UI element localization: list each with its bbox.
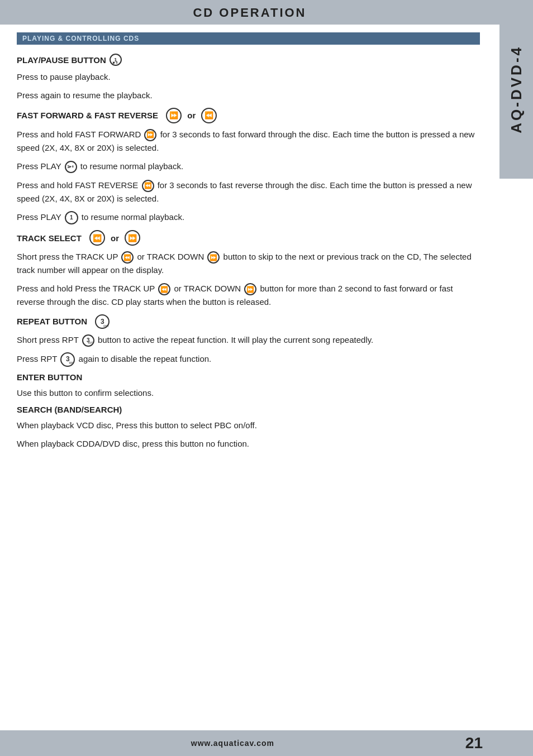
fast-fwd-heading: FAST FORWARD & FAST REVERSE ⏩ or ⏪: [17, 108, 480, 123]
page-title: CD OPERATION: [0, 6, 499, 20]
repeat-label: REPEAT BUTTON: [17, 317, 87, 326]
or-text-2: or: [111, 233, 119, 243]
side-tab-text: AQ-DVD-4: [508, 45, 525, 133]
page-footer: www.aquaticav.com 21: [0, 730, 533, 756]
ff-para-4: Press PLAY 1 to resume normal playback.: [17, 210, 480, 224]
track-down-icon: ⏪: [89, 230, 105, 246]
footer-url: www.aquaticav.com: [0, 739, 465, 748]
track-down-inline-2: ⏩: [244, 283, 256, 295]
ts-para-2: Press and hold Press the TRACK UP ⏪ or T…: [17, 282, 480, 308]
footer-page: 21: [465, 734, 522, 752]
repeat-icon-inline-1: 3 RPT: [82, 334, 94, 347]
ff-para-2: Press PLAY 1▶⏸ to resume normal playback…: [17, 160, 480, 173]
fr-inline-icon-1: ⏪: [142, 180, 154, 192]
play-icon-inline-2: 1: [65, 211, 78, 224]
enter-label: ENTER BUTTON: [17, 372, 82, 382]
fast-fwd-icon: ⏩: [166, 108, 182, 123]
ff-para-3: Press and hold FAST REVERSE ⏪ for 3 seco…: [17, 179, 480, 205]
track-select-heading: TRACK SELECT ⏪ or ⏩: [17, 230, 480, 246]
track-up-icon: ⏩: [125, 230, 140, 246]
enter-para-1: Use this button to confirm selections.: [17, 386, 480, 399]
section-header: PLAYING & CONTROLLING CDs: [17, 32, 480, 45]
page-header: CD OPERATION: [0, 0, 499, 25]
play-pause-para-1: Press to pause playback.: [17, 70, 480, 83]
search-para-1: When playback VCD disc, Press this butto…: [17, 419, 480, 432]
side-tab: AQ-DVD-4: [499, 0, 533, 179]
track-up-inline-1: ⏪: [121, 251, 134, 264]
search-para-2: When playback CDDA/DVD disc, press this …: [17, 437, 480, 450]
fast-fwd-label: FAST FORWARD & FAST REVERSE: [17, 111, 158, 120]
fast-rev-icon: ⏪: [201, 108, 217, 123]
ff-inline-icon-1: ⏩: [144, 129, 156, 141]
ff-para-1: Press and hold FAST FORWARD ⏩ for 3 seco…: [17, 128, 480, 154]
repeat-icon-heading: 3 RPT: [95, 314, 110, 329]
search-label: SEARCH (BAND/SEARCH): [17, 405, 122, 414]
play-pause-icon: 1 ▶⏸: [110, 54, 122, 66]
repeat-heading: REPEAT BUTTON 3 RPT: [17, 314, 480, 329]
play-pause-label: PLAY/PAUSE BUTTON: [17, 55, 106, 65]
repeat-para-1: Short press RPT 3 RPT button to active t…: [17, 333, 480, 347]
enter-heading: ENTER BUTTON: [17, 372, 480, 382]
play-icon-inline-1: 1▶⏸: [65, 161, 77, 173]
play-pause-para-2: Press again to resume the playback.: [17, 89, 480, 102]
track-down-inline-1: ⏩: [207, 251, 220, 264]
search-heading: SEARCH (BAND/SEARCH): [17, 405, 480, 414]
track-select-label: TRACK SELECT: [17, 233, 82, 243]
repeat-para-2: Press RPT 3 RPT again to disable the rep…: [17, 352, 480, 367]
or-text-1: or: [187, 111, 196, 120]
track-up-inline-2: ⏪: [158, 283, 170, 295]
ts-para-1: Short press the TRACK UP ⏪ or TRACK DOWN…: [17, 250, 480, 276]
repeat-icon-inline-2: 3 RPT: [60, 352, 75, 367]
main-content: PLAYING & CONTROLLING CDs PLAY/PAUSE BUT…: [0, 25, 497, 490]
play-pause-heading: PLAY/PAUSE BUTTON 1 ▶⏸: [17, 54, 480, 66]
